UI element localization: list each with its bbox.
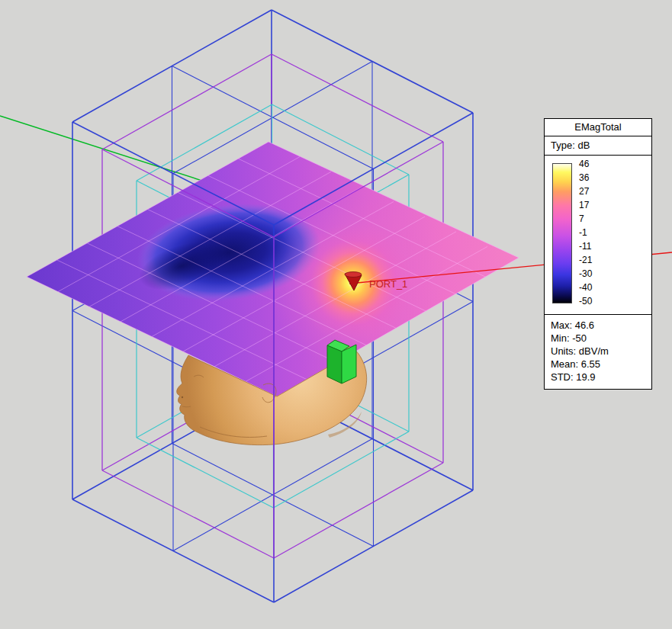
stat-line: STD: 19.9 [551,371,645,383]
colorbar-tick: 27 [579,186,592,197]
colorbar-tick: -30 [579,268,592,279]
antenna-box-right-face [342,345,356,383]
colorbar-tick: -11 [579,241,592,252]
legend-stats: Max: 46.6 Min: -50 Units: dBV/m Mean: 6.… [545,314,651,389]
legend-title: EMagTotal [545,119,651,136]
colorbar-tick: -40 [579,282,592,293]
field-plane[interactable] [27,142,519,396]
colorbar-tick: 17 [579,200,592,210]
colorbar-ticks: 46 36 27 17 7 -1 -11 -21 -30 -40 -50 [579,159,592,306]
stat-line: Units: dBV/m [551,345,645,358]
viewport-3d[interactable]: PORT_1 EMagTotal Type: dB 46 36 27 17 7 … [0,0,672,629]
colorbar-tick: 46 [579,159,592,169]
nostril-dot [182,396,183,398]
legend-colorbar-section: 46 36 27 17 7 -1 -11 -21 -30 -40 -50 [545,156,651,314]
stat-line: Max: 46.6 [551,319,645,332]
port-cone-base [345,272,362,278]
colorbar-tick: -1 [579,227,592,238]
stat-line: Min: -50 [551,332,645,345]
legend-type-label: Type: dB [545,136,651,156]
colorbar-tick: 36 [579,172,592,183]
stat-line: Mean: 6.55 [551,358,645,371]
colorbar-tick: -50 [579,296,592,306]
colorbar-tick: -21 [579,255,592,265]
antenna-box-left-face [327,345,342,383]
colorbar-gradient [552,163,572,303]
antenna-box[interactable] [327,340,356,383]
legend-panel[interactable]: EMagTotal Type: dB 46 36 27 17 7 -1 -11 … [544,118,652,390]
port-label: PORT_1 [369,278,407,290]
colorbar-tick: 7 [579,213,592,224]
